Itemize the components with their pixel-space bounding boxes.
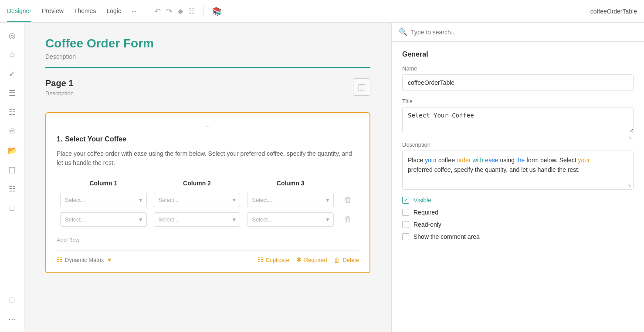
image-placeholder[interactable]: ◫ (353, 78, 370, 96)
tab-logic[interactable]: Logic (106, 0, 121, 22)
description-field-content: Place your coffee order with ease using … (408, 155, 628, 175)
sidebar-icon-grid[interactable]: □ (4, 200, 20, 216)
top-nav: Designer Preview Themes Logic ··· ↶ ↷ ◆ … (0, 0, 644, 23)
right-panel: 🔍 General Name Title Select Your Coffee … (391, 23, 644, 332)
sidebar-icon-image[interactable]: ◫ (4, 162, 20, 178)
undo-icon[interactable]: ↶ (154, 7, 161, 16)
add-row-button[interactable]: Add Row (57, 235, 80, 245)
delete-button[interactable]: 🗑 Delete (334, 256, 359, 264)
search-input[interactable] (411, 29, 637, 36)
visible-checkbox[interactable] (402, 197, 409, 204)
readonly-checkbox[interactable] (402, 221, 409, 228)
delete-row-1-button[interactable]: 🗑 (341, 194, 356, 206)
name-field-label: Name (402, 65, 634, 72)
sidebar-icon-more[interactable]: ⋯ (4, 311, 20, 327)
col-2-header: Column 2 (150, 176, 244, 190)
table-row: Select... ▼ Select... ▼ (57, 210, 359, 229)
row2-col2-select-wrap: Select... ▼ (154, 212, 241, 227)
general-section: General Name Title Select Your Coffee ↘ … (392, 42, 644, 254)
question-number: 1. (57, 135, 62, 143)
col-3-header: Column 3 (244, 176, 337, 190)
toolbar-icons: ↶ ↷ ◆ ☷ 📚 (154, 5, 222, 17)
row2-col3-select[interactable]: Select... (247, 212, 334, 227)
sidebar-icon-star[interactable]: ☆ (4, 47, 20, 63)
row2-col3-select-wrap: Select... ▼ (247, 212, 334, 227)
row1-col2-select[interactable]: Select... (154, 193, 241, 207)
title-field-input[interactable]: Select Your Coffee (402, 107, 634, 133)
question-body-text: Place your coffee order with ease using … (57, 149, 359, 168)
row2-col2-select[interactable]: Select... (154, 212, 241, 227)
drag-handle[interactable]: ⋯ (57, 122, 359, 130)
left-sidebar: ◎ ☆ ✓ ☰ ☷ ♾ 📂 ◫ ☷ □ □ ⋯ (0, 23, 24, 332)
required-checkbox-row[interactable]: Required (402, 209, 634, 216)
row1-col2-select-wrap: Select... ▼ (154, 193, 241, 207)
col-1-header: Column 1 (57, 176, 150, 190)
comment-area-checkbox[interactable] (402, 233, 409, 240)
resize-handle-desc-icon: ↘ (627, 182, 631, 188)
question-actions: ☷ Duplicate ✱ Required 🗑 Delete (258, 256, 359, 264)
sidebar-icon-target[interactable]: ◎ (4, 28, 20, 44)
row2-col1-select[interactable]: Select... (60, 212, 147, 227)
duplicate-button[interactable]: ☷ Duplicate (258, 256, 289, 264)
sidebar-icon-list[interactable]: ☰ (4, 85, 20, 101)
table-name-label: coffeeOrderTable (590, 8, 637, 15)
tab-preview[interactable]: Preview (42, 0, 64, 22)
form-title: Coffee Order Form (45, 37, 370, 50)
resize-handle-icon: ↘ (627, 134, 632, 140)
eraser-icon[interactable]: ◆ (178, 7, 183, 15)
question-type-badge[interactable]: ☷ Dynamic Matrix ▼ (57, 256, 112, 264)
required-label: Required (304, 257, 327, 263)
comment-area-checkbox-row[interactable]: Show the comment area (402, 233, 634, 240)
question-block: ⋯ 1. Select Your Coffee Place your coffe… (45, 112, 370, 273)
tab-designer[interactable]: Designer (7, 0, 31, 22)
sidebar-icon-check[interactable]: ✓ (4, 66, 20, 82)
row1-col3-select[interactable]: Select... (247, 193, 334, 207)
delete-icon: 🗑 (334, 256, 340, 264)
required-icon: ✱ (296, 256, 302, 264)
sidebar-icon-folder[interactable]: 📂 (4, 143, 20, 158)
sidebar-icon-fullscreen[interactable]: □ (4, 292, 20, 308)
section-title: General (402, 50, 634, 58)
page-title: Page 1 (45, 78, 74, 88)
question-title: Select Your Coffee (65, 135, 126, 143)
name-field-input[interactable] (402, 74, 634, 91)
type-dropdown-arrow: ▼ (107, 257, 112, 263)
row1-col3-select-wrap: Select... ▼ (247, 193, 334, 207)
required-checkbox-label: Required (414, 209, 438, 216)
row1-col1-select-wrap: Select... ▼ (60, 193, 147, 207)
page-description: Description (45, 90, 74, 97)
redo-icon[interactable]: ↷ (166, 7, 173, 16)
form-divider (45, 67, 370, 68)
sidebar-icon-text[interactable]: ☷ (4, 181, 20, 197)
row2-col1-select-wrap: Select... ▼ (60, 212, 147, 227)
sidebar-icon-table[interactable]: ☷ (4, 104, 20, 120)
settings-icon[interactable]: ☷ (188, 7, 194, 15)
matrix-type-icon: ☷ (57, 256, 62, 264)
visible-checkbox-label: Visible (414, 197, 431, 204)
row1-col1-select[interactable]: Select... (60, 193, 147, 207)
canvas-area: Coffee Order Form Description Page 1 Des… (24, 23, 391, 332)
duplicate-icon: ☷ (258, 256, 263, 264)
matrix-table: Column 1 Column 2 Column 3 Select... (57, 176, 359, 229)
required-button[interactable]: ✱ Required (296, 256, 327, 264)
duplicate-label: Duplicate (265, 257, 289, 263)
readonly-checkbox-label: Read-only (414, 221, 441, 228)
delete-row-2-button[interactable]: 🗑 (341, 213, 356, 225)
delete-label: Delete (342, 257, 359, 263)
question-type-label: Dynamic Matrix (65, 257, 104, 263)
table-row: Select... ▼ Select... ▼ (57, 190, 359, 210)
question-footer: ☷ Dynamic Matrix ▼ ☷ Duplicate ✱ Require… (57, 250, 359, 264)
tab-themes[interactable]: Themes (74, 0, 96, 22)
search-bar: 🔍 (392, 23, 644, 42)
nav-tabs: Designer Preview Themes Logic ··· ↶ ↷ ◆ … (7, 0, 590, 22)
book-icon[interactable]: 📚 (212, 7, 222, 16)
visible-checkbox-row[interactable]: Visible (402, 197, 634, 204)
tab-more[interactable]: ··· (132, 0, 137, 22)
nav-divider (203, 5, 203, 17)
sidebar-icon-link[interactable]: ♾ (4, 124, 20, 139)
readonly-checkbox-row[interactable]: Read-only (402, 221, 634, 228)
title-field-label: Title (402, 98, 634, 104)
comment-area-checkbox-label: Show the comment area (414, 233, 480, 240)
required-checkbox[interactable] (402, 209, 409, 216)
form-description: Description (45, 53, 370, 60)
